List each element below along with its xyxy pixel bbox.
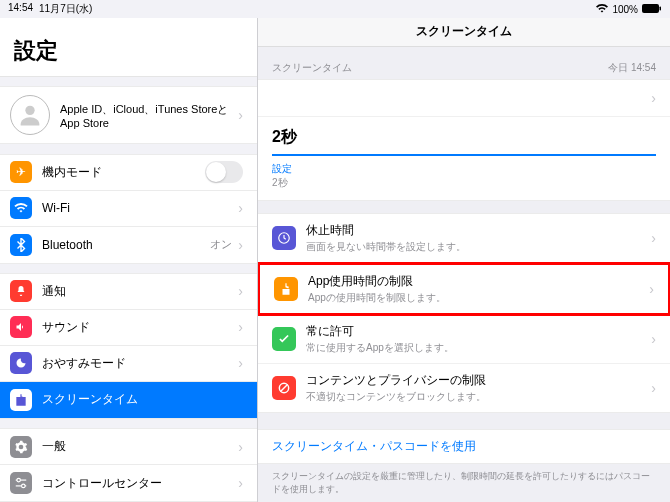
- sidebar-item-do-not-disturb[interactable]: おやすみモード ›: [0, 346, 257, 382]
- chevron-right-icon: ›: [238, 237, 243, 253]
- app-limits-icon: [274, 277, 298, 301]
- svg-rect-5: [22, 402, 23, 405]
- row-always-allowed[interactable]: 常に許可 常に使用するAppを選択します。 ›: [258, 315, 670, 364]
- chevron-right-icon: ›: [238, 319, 243, 335]
- battery-percent: 100%: [612, 4, 638, 15]
- row-app-limits[interactable]: App使用時間の制限 Appの使用時間を制限します。 ›: [258, 262, 670, 316]
- general-label: 一般: [42, 438, 238, 455]
- screen-time-label: スクリーンタイム: [42, 391, 243, 408]
- control-center-label: コントロールセンター: [42, 475, 238, 492]
- bluetooth-value: オン: [210, 237, 232, 252]
- svg-point-9: [22, 484, 25, 488]
- always-allowed-title: 常に許可: [306, 323, 651, 340]
- always-allowed-sub: 常に使用するAppを選択します。: [306, 341, 651, 355]
- notifications-label: 通知: [42, 283, 238, 300]
- passcode-footnote: スクリーンタイムの設定を厳重に管理したり、制限時間の延長を許可したりするにはパス…: [258, 464, 670, 502]
- sidebar-item-sounds[interactable]: サウンド ›: [0, 310, 257, 346]
- svg-point-2: [25, 106, 34, 115]
- dnd-label: おやすみモード: [42, 355, 238, 372]
- usage-summary-row[interactable]: ›: [258, 80, 670, 117]
- sidebar-item-apple-id[interactable]: Apple ID、iCloud、iTunes StoreとApp Store ›: [0, 87, 257, 143]
- usage-duration: 2秒: [272, 127, 656, 148]
- bluetooth-label: Bluetooth: [42, 238, 210, 252]
- general-icon: [10, 436, 32, 458]
- settings-title: 設定: [0, 18, 257, 77]
- sidebar-item-screen-time[interactable]: スクリーンタイム: [0, 382, 257, 418]
- control-center-icon: [10, 472, 32, 494]
- screen-time-icon: [10, 389, 32, 411]
- app-limits-sub: Appの使用時間を制限します。: [308, 291, 649, 305]
- row-screentime-passcode[interactable]: スクリーンタイム・パスコードを使用: [258, 430, 670, 463]
- sidebar-item-general[interactable]: 一般 ›: [0, 429, 257, 465]
- wifi-icon: [596, 4, 608, 15]
- sounds-icon: [10, 316, 32, 338]
- svg-rect-0: [642, 4, 659, 13]
- battery-icon: [642, 4, 662, 15]
- svg-rect-1: [660, 6, 662, 10]
- chevron-right-icon: ›: [649, 281, 654, 297]
- svg-line-14: [281, 385, 288, 392]
- status-bar: 14:54 11月7日(水) 100%: [0, 0, 670, 18]
- section-time: 今日 14:54: [608, 61, 656, 75]
- chevron-right-icon: ›: [651, 230, 656, 246]
- app-limits-title: App使用時間の制限: [308, 273, 649, 290]
- chevron-right-icon: ›: [651, 331, 656, 347]
- dnd-icon: [10, 352, 32, 374]
- wifi-label: Wi-Fi: [42, 201, 238, 215]
- notifications-icon: [10, 280, 32, 302]
- svg-rect-4: [20, 399, 21, 405]
- row-downtime[interactable]: 休止時間 画面を見ない時間帯を設定します。 ›: [258, 214, 670, 263]
- airplane-label: 機内モード: [42, 164, 205, 181]
- content-privacy-sub: 不適切なコンテンツをブロックします。: [306, 390, 651, 404]
- passcode-link: スクリーンタイム・パスコードを使用: [272, 438, 656, 455]
- settings-sidebar: 設定 Apple ID、iCloud、iTunes StoreとApp Stor…: [0, 18, 258, 502]
- content-privacy-title: コンテンツとプライバシーの制限: [306, 372, 651, 389]
- downtime-title: 休止時間: [306, 222, 651, 239]
- chevron-right-icon: ›: [238, 283, 243, 299]
- sounds-label: サウンド: [42, 319, 238, 336]
- chevron-right-icon: ›: [238, 355, 243, 371]
- usage-category-value: 2秒: [272, 176, 656, 190]
- wifi-settings-icon: [10, 197, 32, 219]
- status-time: 14:54: [8, 2, 33, 16]
- usage-category-label: 設定: [272, 162, 656, 176]
- status-date: 11月7日(水): [39, 2, 92, 16]
- downtime-icon: [272, 226, 296, 250]
- sidebar-item-bluetooth[interactable]: Bluetooth オン ›: [0, 227, 257, 263]
- content-privacy-icon: [272, 376, 296, 400]
- airplane-toggle[interactable]: [205, 161, 243, 183]
- chevron-right-icon: ›: [238, 439, 243, 455]
- sidebar-item-notifications[interactable]: 通知 ›: [0, 274, 257, 310]
- airplane-icon: ✈: [10, 161, 32, 183]
- bluetooth-icon: [10, 234, 32, 256]
- chevron-right-icon: ›: [238, 475, 243, 491]
- chevron-right-icon: ›: [651, 380, 656, 396]
- row-content-privacy[interactable]: コンテンツとプライバシーの制限 不適切なコンテンツをブロックします。 ›: [258, 364, 670, 412]
- always-allowed-icon: [272, 327, 296, 351]
- sidebar-item-control-center[interactable]: コントロールセンター ›: [0, 465, 257, 501]
- avatar-icon: [10, 95, 50, 135]
- section-label: スクリーンタイム: [272, 61, 352, 75]
- apple-id-label: Apple ID、iCloud、iTunes StoreとApp Store: [60, 102, 238, 129]
- svg-rect-3: [18, 400, 19, 404]
- chevron-right-icon: ›: [651, 90, 656, 106]
- detail-title: スクリーンタイム: [258, 18, 670, 47]
- chevron-right-icon: ›: [238, 107, 243, 123]
- sidebar-item-wifi[interactable]: Wi-Fi ›: [0, 191, 257, 227]
- usage-bar: [272, 154, 656, 156]
- detail-panel: スクリーンタイム スクリーンタイム 今日 14:54 › 2秒 設定 2秒: [258, 18, 670, 502]
- chevron-right-icon: ›: [238, 200, 243, 216]
- downtime-sub: 画面を見ない時間帯を設定します。: [306, 240, 651, 254]
- svg-point-6: [17, 478, 21, 482]
- sidebar-item-airplane[interactable]: ✈ 機内モード: [0, 155, 257, 191]
